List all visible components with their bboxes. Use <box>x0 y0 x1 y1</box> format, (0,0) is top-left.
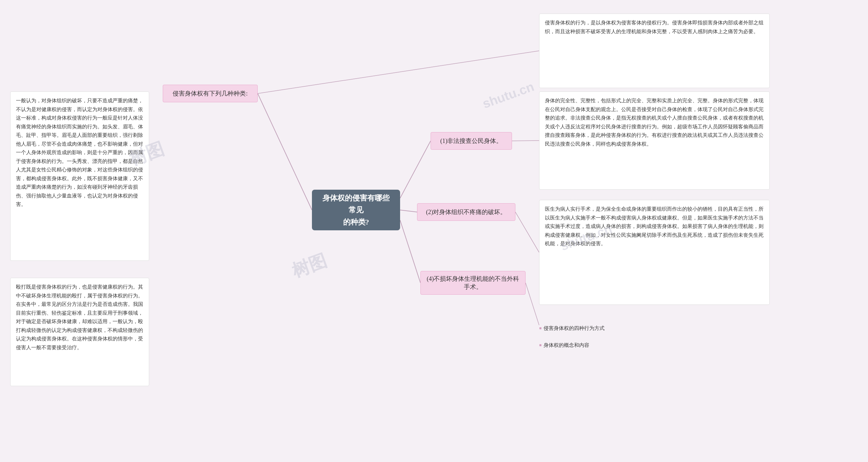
branch-node-2: (1)非法搜查公民身体。 <box>431 132 512 150</box>
central-node: 身体权的侵害有哪些常见 的种类? <box>312 190 400 230</box>
branch-node-1: 侵害身体权有下列几种种类: <box>163 85 258 102</box>
watermark-3: shutu.cn <box>480 79 536 111</box>
watermark-2: 树图 <box>289 249 330 283</box>
text-box-left-top: 一般认为，对身体组织的破坏，只要不造成严重的痛楚，不认为是对健康权的侵害，而认定… <box>10 91 149 261</box>
svg-line-7 <box>526 283 539 325</box>
svg-line-0 <box>258 93 312 210</box>
svg-line-3 <box>400 220 420 283</box>
svg-line-2 <box>400 210 417 212</box>
svg-line-5 <box>512 141 539 141</box>
branch-node-4: (4)不损坏身体生理机能的不当外科 手术。 <box>420 271 526 295</box>
svg-line-4 <box>258 51 539 93</box>
svg-line-6 <box>515 212 539 252</box>
link-item-1[interactable]: 侵害身体权的四种行为方式 <box>539 325 605 332</box>
text-box-mid-right-1: 身体的完全性、完整性，包括形式上的完全、完整和实质上的完全、完整。身体的形式完整… <box>539 91 770 190</box>
text-box-left-bottom: 殴打既是侵害身体权的行为，也是侵害健康权的行为。其中不破坏身体生理机能的殴打，属… <box>10 278 149 386</box>
mind-map: 身体权的侵害有哪些常见 的种类? 侵害身体权有下列几种种类: (1)非法搜查公民… <box>0 0 868 462</box>
text-box-top-right: 侵害身体权的行为，是以身体权为侵害客体的侵权行为。侵害身体即指损害身体内部或者外… <box>539 14 770 88</box>
svg-line-1 <box>400 141 431 198</box>
branch-node-3: (2)对身体组织不疼痛的破坏。 <box>417 203 515 221</box>
text-box-mid-right-2: 医生为病人实行手术，是为保全生命或身体的重要组织而作出的较小的牺牲，目的具有正当… <box>539 200 770 305</box>
link-item-2[interactable]: 身体权的概念和内容 <box>539 342 589 349</box>
